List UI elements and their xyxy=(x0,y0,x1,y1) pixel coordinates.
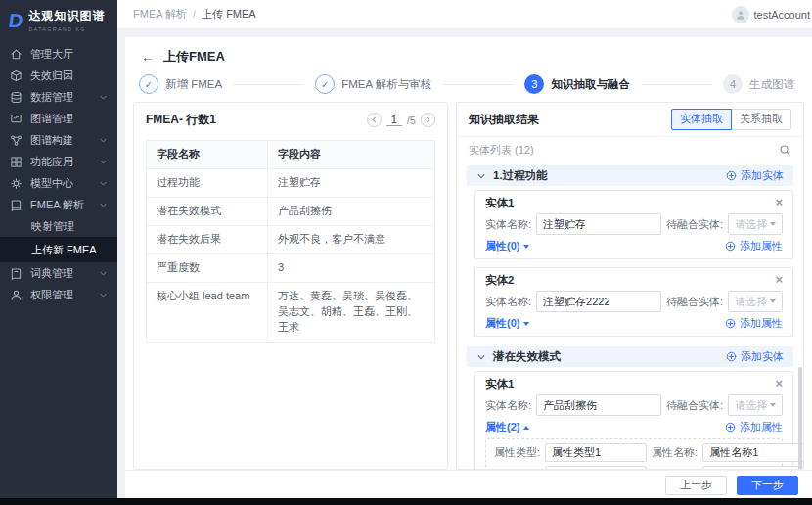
sidebar-item-data-management[interactable]: 数据管理 xyxy=(0,86,117,108)
stepper: ✓ 新增 FMEA ✓ FMEA 解析与审核 3 知识抽取与融合 4 生成图谱 xyxy=(125,66,812,102)
entity-list-header: 实体列表 (12) xyxy=(457,137,803,163)
add-attr-link[interactable]: 添加属性 xyxy=(725,316,783,331)
bottom-edge-bar xyxy=(0,498,812,505)
caret-up-icon xyxy=(523,426,529,430)
entity-fields: 实体名称: 待融合实体: 请选择 xyxy=(485,291,783,312)
entity-fields: 实体名称: 待融合实体: 请选择 xyxy=(485,394,783,416)
table-row: 过程功能 注塑贮存 xyxy=(147,169,434,198)
breadcrumb-section[interactable]: FMEA 解析 xyxy=(133,8,187,20)
attr-type-label: 属性类型: xyxy=(494,468,540,469)
entity-name-input[interactable] xyxy=(536,213,661,235)
section-potential-failure-mode[interactable]: 潜在失效模式 添加实体 xyxy=(467,346,793,367)
chevron-left-icon xyxy=(370,115,379,124)
person-icon xyxy=(735,9,746,21)
step-check-icon: ✓ xyxy=(139,74,158,94)
next-page-button[interactable] xyxy=(421,113,435,127)
close-icon[interactable]: × xyxy=(775,378,783,390)
sidebar-item-graph-management[interactable]: 图谱管理 xyxy=(0,108,117,129)
sidebar-item-permission-management[interactable]: 权限管理 xyxy=(0,284,117,305)
sidebar-item-failure-attribution[interactable]: 失效归因 xyxy=(0,65,117,86)
add-attr-link[interactable]: 添加属性 xyxy=(725,239,783,253)
dictionary-icon xyxy=(10,267,23,280)
extraction-mode-toggle: 实体抽取 关系抽取 xyxy=(671,109,791,130)
entity-fields: 实体名称: 待融合实体: 请选择 xyxy=(485,213,783,235)
sidebar-item-dictionary-management[interactable]: 词典管理 xyxy=(0,262,117,284)
entity-card-title: 实体1 xyxy=(485,196,514,209)
step-number: 3 xyxy=(524,74,544,94)
step-check-icon: ✓ xyxy=(315,74,335,94)
chevron-down-icon xyxy=(476,352,486,362)
prev-page-button[interactable] xyxy=(367,113,382,127)
step-connector xyxy=(443,84,513,85)
step-generate-graph: 4 生成图谱 xyxy=(723,74,794,94)
caret-down-icon xyxy=(770,299,776,303)
entity-name-input[interactable] xyxy=(536,291,661,312)
attributes-box: 属性类型: 属性名称: 属性类型: 属性名称: xyxy=(485,438,783,469)
topbar: FMEA 解析/上传 FMEA testAccount xyxy=(117,0,812,29)
section-process-function[interactable]: 1.过程功能 添加实体 xyxy=(467,165,793,186)
search-icon[interactable] xyxy=(779,144,791,157)
attr-type-input[interactable] xyxy=(545,466,647,469)
page-number-input[interactable]: 1 xyxy=(386,114,402,126)
step-knowledge-extract: 3 知识抽取与融合 xyxy=(524,74,630,94)
attr-toggle[interactable]: 属性(2) xyxy=(485,420,529,435)
field-value: 注塑贮存 xyxy=(268,169,434,197)
step-connector xyxy=(234,84,303,85)
sidebar-item-function-apps[interactable]: 功能应用 xyxy=(0,151,117,172)
back-arrow-icon[interactable]: ← xyxy=(141,50,155,64)
tab-entity-extract[interactable]: 实体抽取 xyxy=(671,109,732,130)
step-new-fmea: ✓ 新增 FMEA xyxy=(139,74,222,94)
entity-name-label: 实体名称: xyxy=(485,398,531,413)
table-header-row: 字段名称 字段内容 xyxy=(147,141,434,169)
fmea-panel-title: FMEA- 行数1 xyxy=(146,112,216,128)
sidebar-item-graph-build[interactable]: 图谱构建 xyxy=(0,129,117,151)
field-value: 外观不良，客户不满意 xyxy=(268,226,434,253)
attr-toggle[interactable]: 属性(0) xyxy=(485,316,529,331)
field-value: 产品刮擦伤 xyxy=(268,198,434,225)
attr-name-input[interactable] xyxy=(702,443,803,462)
next-step-button[interactable]: 下一步 xyxy=(737,476,798,495)
sidebar-nav: 管理大厅 失效归因 数据管理 图谱管理 图谱构建 功能应用 模型中心 xyxy=(0,39,117,305)
add-entity-link[interactable]: 添加实体 xyxy=(726,168,784,183)
sidebar-item-upload-new-fmea[interactable]: 上传新 FMEA xyxy=(0,237,117,262)
scrollbar-thumb[interactable] xyxy=(798,367,802,470)
close-icon[interactable]: × xyxy=(775,274,783,286)
sidebar-item-mapping-management[interactable]: 映射管理 xyxy=(0,215,117,237)
entity-card: 实体1 × 实体名称: 待融合实体: 请选择 属性 xyxy=(474,190,793,259)
attr-row: 属性(0) 添加属性 xyxy=(485,240,783,252)
attr-toggle[interactable]: 属性(0) xyxy=(485,239,529,253)
close-icon[interactable]: × xyxy=(775,197,783,208)
gear-icon xyxy=(10,177,23,190)
attr-type-input[interactable] xyxy=(545,443,647,462)
entity-card-header: 实体1 × xyxy=(485,196,783,209)
entity-name-input[interactable] xyxy=(536,394,661,416)
chevron-down-icon xyxy=(99,93,108,102)
sidebar-item-fmea-parse[interactable]: FMEA 解析 xyxy=(0,194,117,215)
field-value: 3 xyxy=(268,254,434,282)
tab-relation-extract[interactable]: 关系抽取 xyxy=(731,109,791,130)
extraction-panel: 知识抽取结果 实体抽取 关系抽取 实体列表 (12) 1.过程功能 添加实体 xyxy=(456,102,804,470)
sidebar-item-model-center[interactable]: 模型中心 xyxy=(0,172,117,194)
prev-step-button[interactable]: 上一步 xyxy=(665,476,727,495)
chevron-down-icon xyxy=(99,201,108,209)
merge-entity-select[interactable]: 请选择 xyxy=(728,291,783,312)
row-pager: 1 /5 xyxy=(367,113,435,127)
grid-icon xyxy=(10,156,23,168)
attr-name-input[interactable] xyxy=(702,466,803,469)
entity-list: 1.过程功能 添加实体 实体1 × 实体名称: 待融合实体: xyxy=(457,163,803,469)
plus-circle-icon xyxy=(726,351,737,362)
attribute-row: 属性类型: 属性名称: xyxy=(494,443,774,462)
add-attr-link[interactable]: 添加属性 xyxy=(725,420,783,435)
entity-list-count: 实体列表 (12) xyxy=(469,143,534,158)
user-menu[interactable]: testAccount xyxy=(732,6,810,23)
merge-entity-select[interactable]: 请选择 xyxy=(728,394,783,416)
merge-entity-label: 待融合实体: xyxy=(666,398,723,413)
sidebar: D 达观知识图谱 DATAGRAND KG 管理大厅 失效归因 数据管理 图谱管… xyxy=(0,0,117,505)
attr-row: 属性(2) 添加属性 xyxy=(485,421,783,434)
sidebar-item-management-hall[interactable]: 管理大厅 xyxy=(0,43,117,65)
wizard-footer: 上一步 下一步 xyxy=(125,470,812,499)
add-entity-link[interactable]: 添加实体 xyxy=(726,349,784,364)
logo-subtitle: DATAGRAND KG xyxy=(28,26,105,32)
merge-entity-select[interactable]: 请选择 xyxy=(728,213,783,235)
chevron-down-icon xyxy=(99,136,108,145)
